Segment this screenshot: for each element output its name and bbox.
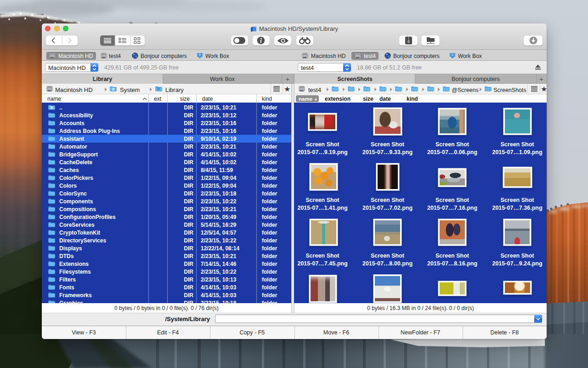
svg-text:X: X <box>50 105 53 110</box>
svg-text:X: X <box>112 86 115 92</box>
